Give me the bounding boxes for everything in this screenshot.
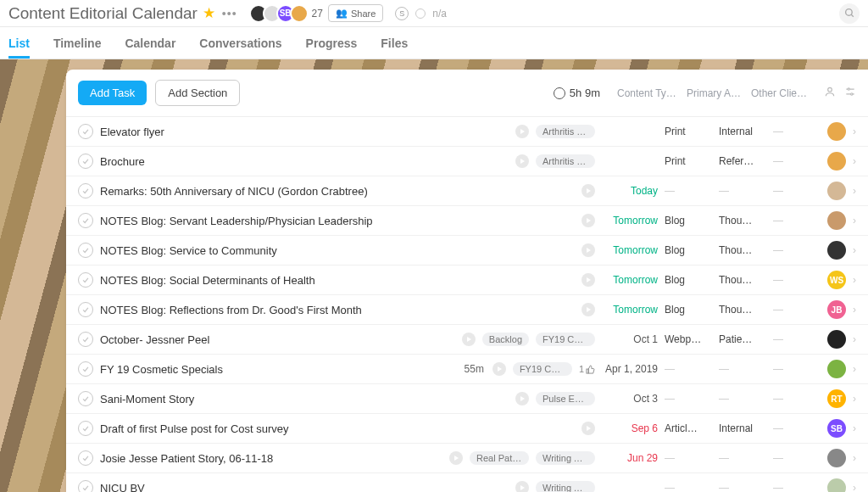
custom-field-1[interactable]: Print	[665, 155, 712, 167]
task-row[interactable]: October- Jessner PeelBacklogFY19 Cos…Oct…	[66, 325, 868, 355]
task-name[interactable]: Draft of first Pulse post for Cost surve…	[100, 422, 575, 435]
complete-check-icon[interactable]	[78, 272, 93, 288]
custom-field-3[interactable]: —	[773, 126, 821, 137]
custom-field-2[interactable]: Thou…	[719, 304, 766, 316]
custom-field-3[interactable]: —	[773, 482, 821, 492]
due-date[interactable]: Tomorrow	[602, 215, 658, 226]
custom-field-2[interactable]: Internal	[719, 422, 766, 434]
custom-field-3[interactable]: —	[773, 363, 821, 375]
play-icon[interactable]	[515, 125, 529, 138]
task-name[interactable]: NICU BV	[100, 482, 509, 493]
assignee-avatar[interactable]	[827, 449, 846, 467]
tab-files[interactable]: Files	[381, 27, 408, 59]
add-section-button[interactable]: Add Section	[155, 80, 240, 106]
play-icon[interactable]	[515, 392, 529, 405]
task-tag[interactable]: FY19 Cos…	[536, 333, 595, 346]
custom-field-3[interactable]: —	[773, 155, 821, 167]
task-name[interactable]: Brochure	[100, 155, 509, 168]
task-tag[interactable]: Real Pati…	[470, 451, 529, 465]
task-row[interactable]: NOTES Blog: Servant Leadership/Physician…	[66, 206, 868, 236]
task-name[interactable]: October- Jessner Peel	[100, 333, 455, 346]
task-tag[interactable]: Backlog	[482, 333, 529, 346]
add-task-button[interactable]: Add Task	[78, 81, 147, 105]
chevron-right-icon[interactable]: ›	[853, 244, 856, 256]
chevron-right-icon[interactable]: ›	[853, 155, 856, 167]
custom-field-3[interactable]: —	[773, 304, 821, 316]
custom-field-1[interactable]: —	[665, 185, 712, 197]
play-icon[interactable]	[581, 422, 595, 435]
task-tag[interactable]: Writing A…	[536, 451, 595, 465]
chevron-right-icon[interactable]: ›	[853, 304, 856, 316]
task-tag[interactable]: FY19 Cos…	[513, 362, 572, 376]
task-row[interactable]: Draft of first Pulse post for Cost surve…	[66, 414, 868, 444]
task-tag[interactable]: Writing A…	[536, 481, 595, 492]
task-tag[interactable]: Pulse Edi…	[536, 392, 595, 405]
complete-check-icon[interactable]	[78, 332, 93, 347]
task-row[interactable]: NICU BVWriting A…———›	[66, 473, 868, 492]
assignee-avatar[interactable]	[827, 122, 846, 141]
due-date[interactable]: Sep 6	[602, 422, 658, 434]
task-name[interactable]: Sani-Moment Story	[100, 393, 509, 405]
custom-field-2[interactable]: Patie…	[719, 333, 766, 345]
play-icon[interactable]	[581, 303, 595, 316]
assignee-avatar[interactable]: RT	[827, 389, 846, 408]
task-name[interactable]: NOTES Blog: Reflections from Dr. Good's …	[100, 304, 575, 316]
task-row[interactable]: NOTES Blog: Service to CommunityTomorrow…	[66, 236, 868, 266]
assignee-avatar[interactable]: JB	[827, 300, 846, 319]
custom-field-1[interactable]: —	[665, 363, 712, 375]
custom-field-2[interactable]: —	[719, 393, 766, 405]
complete-check-icon[interactable]	[78, 421, 93, 436]
due-date[interactable]: Tomorrow	[602, 244, 658, 256]
custom-field-1[interactable]: Webp…	[665, 333, 712, 345]
task-row[interactable]: Josie Jesse Patient Story, 06-11-18Real …	[66, 444, 868, 473]
task-name[interactable]: NOTES Blog: Social Determinants of Healt…	[100, 274, 575, 287]
chevron-right-icon[interactable]: ›	[853, 363, 856, 375]
task-row[interactable]: Elevator flyerArthritis I…PrintInternal—…	[66, 117, 868, 147]
play-icon[interactable]	[581, 184, 595, 198]
custom-field-1[interactable]: —	[665, 452, 712, 464]
task-row[interactable]: NOTES Blog: Social Determinants of Healt…	[66, 266, 868, 295]
column-content-type[interactable]: Content Ty…	[617, 87, 678, 99]
assignee-avatar[interactable]	[827, 360, 846, 378]
status-icon[interactable]: S	[395, 7, 409, 20]
column-primary-audience[interactable]: Primary Au…	[687, 87, 743, 99]
custom-field-3[interactable]: —	[773, 215, 821, 226]
complete-check-icon[interactable]	[78, 302, 93, 317]
custom-field-2[interactable]: Thou…	[719, 215, 766, 226]
chevron-right-icon[interactable]: ›	[853, 452, 856, 464]
tab-conversations[interactable]: Conversations	[199, 27, 281, 59]
custom-field-3[interactable]: —	[773, 274, 821, 286]
complete-check-icon[interactable]	[78, 450, 93, 466]
custom-field-1[interactable]: Blog	[665, 215, 712, 226]
custom-field-1[interactable]: Blog	[665, 274, 712, 286]
custom-field-2[interactable]: Thou…	[719, 274, 766, 286]
chevron-right-icon[interactable]: ›	[853, 422, 856, 434]
custom-field-1[interactable]: Print	[665, 126, 712, 137]
custom-field-2[interactable]: Refer…	[719, 155, 766, 167]
color-icon[interactable]	[415, 8, 426, 19]
chevron-right-icon[interactable]: ›	[853, 126, 856, 137]
task-row[interactable]: Sani-Moment StoryPulse Edi…Oct 3———RT›	[66, 384, 868, 414]
custom-field-2[interactable]: Internal	[719, 126, 766, 137]
play-icon[interactable]	[581, 214, 595, 227]
play-icon[interactable]	[515, 481, 529, 492]
task-name[interactable]: Remarks: 50th Anniversary of NICU (Gordo…	[100, 185, 575, 198]
custom-field-1[interactable]: Blog	[665, 304, 712, 316]
complete-check-icon[interactable]	[78, 154, 93, 169]
settings-icon[interactable]	[844, 86, 856, 101]
tab-list[interactable]: List	[8, 27, 30, 59]
tab-timeline[interactable]: Timeline	[53, 27, 102, 59]
task-tag[interactable]: Arthritis I…	[536, 154, 595, 168]
task-row[interactable]: BrochureArthritis I…PrintRefer…—›	[66, 147, 868, 176]
task-row[interactable]: Remarks: 50th Anniversary of NICU (Gordo…	[66, 176, 868, 206]
assignee-avatar[interactable]: WS	[827, 271, 846, 289]
chevron-right-icon[interactable]: ›	[853, 333, 856, 345]
assignee-avatar[interactable]	[827, 330, 846, 349]
due-date[interactable]: Tomorrow	[602, 274, 658, 286]
complete-check-icon[interactable]	[78, 361, 93, 377]
custom-field-3[interactable]: —	[773, 333, 821, 345]
due-date[interactable]: Tomorrow	[602, 304, 658, 316]
chevron-right-icon[interactable]: ›	[853, 215, 856, 226]
share-button[interactable]: 👥 Share	[328, 4, 383, 22]
play-icon[interactable]	[581, 243, 595, 257]
